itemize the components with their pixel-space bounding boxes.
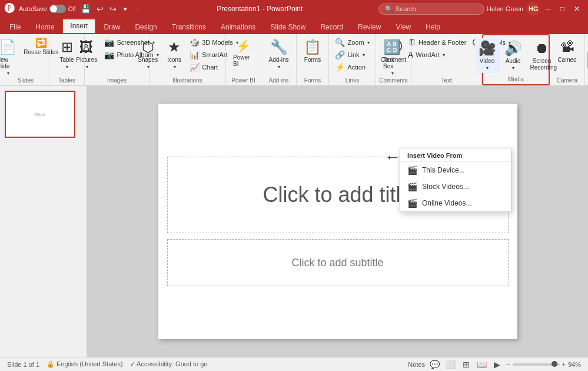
slide-sorter-button[interactable]: ⊞ (461, 359, 471, 370)
options-button[interactable]: ⋯ (133, 5, 141, 14)
textbox-button[interactable]: 🔠 Text Box ▾ (380, 37, 404, 78)
smartart-icon: 📊 (190, 50, 200, 59)
autosave-area: AutoSave Off (19, 5, 76, 13)
maximize-button[interactable]: □ (557, 4, 568, 14)
normal-view-button[interactable]: ⬜ (444, 359, 457, 370)
video-icon: 🎥 (479, 40, 496, 57)
device-video-icon: 🎬 (407, 165, 417, 175)
new-slide-arrow: ▾ (7, 71, 9, 76)
new-slide-button[interactable]: 📄 New Slide ▾ (0, 37, 23, 78)
dropdown-item-online[interactable]: 🎬 Online Videos... (400, 195, 511, 211)
dropdown-item-device-label: This Device... (422, 166, 465, 174)
zoom-in-button[interactable]: + (562, 361, 566, 368)
zoom-slider[interactable] (513, 363, 560, 366)
user-name: Helen Green (487, 5, 523, 12)
action-button[interactable]: ⚡ Action (333, 61, 371, 73)
table-arrow: ▾ (66, 64, 68, 69)
language: 🔒 English (United States) (46, 360, 123, 368)
main-content: 1 Slide Click to add title Click to add … (0, 86, 588, 357)
video-button[interactable]: 🎥 Video ▾ (475, 38, 500, 73)
action-icon: ⚡ (335, 62, 345, 72)
header-footer-button[interactable]: 🗓 Header & Footer (406, 37, 469, 48)
slideshow-button[interactable]: ▶ (493, 359, 501, 370)
statusbar-right: Notes 💬 ⬜ ⊞ 📖 ▶ − + 94% (408, 359, 581, 370)
powerbi-button[interactable]: ⚡ Power BI (230, 37, 257, 69)
link-button[interactable]: 🔗 Link ▾ (333, 49, 371, 61)
new-slide-label: New Slide (0, 57, 19, 69)
slide-subtitle-area[interactable]: Click to add subtitle (167, 239, 509, 286)
tab-view[interactable]: View (388, 21, 418, 34)
wordart-icon: A (408, 50, 413, 59)
images-group-label: Images (107, 77, 127, 84)
icons-button[interactable]: ★ Icons ▾ (162, 37, 186, 72)
insert-video-dropdown: Insert Video From 🎬 This Device... 🎬 Sto… (400, 148, 511, 212)
tab-file[interactable]: File (2, 21, 28, 34)
table-label: Table (60, 57, 74, 63)
tab-transitions[interactable]: Transitions (165, 21, 213, 34)
tab-draw[interactable]: Draw (97, 21, 127, 34)
ribbon-group-camera: 📽 Cameo Camera (550, 34, 585, 85)
slide-canvas[interactable]: Click to add title Click to add subtitle (158, 104, 517, 339)
addins-button[interactable]: 🔧 Add-ins ▾ (265, 37, 293, 72)
tab-review[interactable]: Review (351, 21, 388, 34)
slide-thumb-content: Slide (35, 112, 45, 117)
links-group-label: Links (346, 77, 359, 84)
reuse-icon: 🔁 (35, 38, 47, 48)
3d-icon: 🎲 (190, 38, 200, 47)
ribbon-group-forms: 📋 Forms Forms (297, 34, 329, 85)
save-button[interactable]: 💾 (79, 3, 92, 15)
zoom-out-button[interactable]: − (506, 361, 510, 368)
table-icon: ⊞ (61, 39, 73, 55)
search-box[interactable]: 🔍 Search (378, 4, 484, 15)
search-icon: 🔍 (385, 5, 393, 13)
reading-view-button[interactable]: 📖 (476, 359, 488, 370)
dropdown-item-device[interactable]: 🎬 This Device... (400, 162, 511, 178)
autosave-toggle[interactable] (49, 5, 66, 13)
close-button[interactable]: ✕ (570, 4, 583, 14)
textbox-icon: 🔠 (383, 39, 401, 55)
forms-button[interactable]: 📋 Forms (300, 37, 325, 65)
new-slide-icon: 📄 (0, 39, 16, 55)
tab-insert[interactable]: Insert (62, 18, 96, 34)
accessibility-icon: 🔒 (46, 360, 55, 367)
header-footer-icon: 🗓 (408, 38, 416, 47)
pictures-icon: 🖼 (79, 39, 94, 55)
app-title: Presentation1 - PowerPoint (217, 5, 303, 13)
zoom-button[interactable]: 🔍 Zoom ▾ (333, 37, 371, 48)
zoom-level[interactable]: 94% (568, 361, 581, 368)
ribbon-group-links: 🔍 Zoom ▾ 🔗 Link ▾ ⚡ Action Links (329, 34, 376, 85)
shapes-button[interactable]: ⬡ Shapes ▾ (134, 37, 161, 72)
undo-button[interactable]: ↩ (95, 3, 105, 15)
tab-slideshow[interactable]: Slide Show (263, 21, 313, 34)
autosave-state: Off (68, 6, 76, 12)
shapes-icon: ⬡ (142, 39, 154, 55)
minimize-button[interactable]: ─ (542, 4, 554, 14)
redo-button[interactable]: ↪ (108, 3, 118, 15)
pictures-button[interactable]: 🖼 Pictures ▾ (72, 37, 101, 72)
avatar[interactable]: HG (527, 2, 540, 15)
slide-thumbnail-1[interactable]: 1 Slide (5, 91, 75, 138)
powerbi-icon: ⚡ (236, 39, 251, 53)
comments-view-icon[interactable]: 💬 (430, 360, 440, 369)
ribbon: 📄 New Slide ▾ 🔁 Reuse Slides Slides ⊞ Ta… (0, 34, 588, 86)
dropdown-item-stock[interactable]: 🎬 Stock Videos... (400, 178, 511, 195)
zoom-controls: − + 94% (506, 361, 581, 368)
audio-button[interactable]: 🔊 Audio ▾ (501, 38, 526, 73)
wordart-button[interactable]: A WordArt ▾ (406, 49, 469, 61)
dropdown-header: Insert Video From (400, 148, 511, 162)
tab-animations[interactable]: Animations (214, 21, 263, 34)
tab-design[interactable]: Design (128, 21, 164, 34)
audio-icon: 🔊 (504, 40, 522, 57)
tab-record[interactable]: Record (313, 21, 350, 34)
zoom-icon: 🔍 (335, 38, 345, 47)
slide-title-placeholder: Click to add title (263, 183, 412, 207)
tab-home[interactable]: Home (28, 21, 61, 34)
cameo-button[interactable]: 📽 Cameo (554, 37, 580, 65)
chart-icon: 📈 (190, 62, 200, 72)
customize-qat-button[interactable]: ▼ (121, 5, 129, 14)
dropdown-item-stock-label: Stock Videos... (422, 183, 469, 191)
ribbon-group-media: 🎥 Video ▾ 🔊 Audio ▾ ⏺ Screen Recording M… (482, 34, 550, 85)
tab-help[interactable]: Help (418, 21, 447, 34)
notes-button[interactable]: Notes (408, 361, 425, 368)
statusbar-left: Slide 1 of 1 🔒 English (United States) ✓… (7, 360, 208, 368)
